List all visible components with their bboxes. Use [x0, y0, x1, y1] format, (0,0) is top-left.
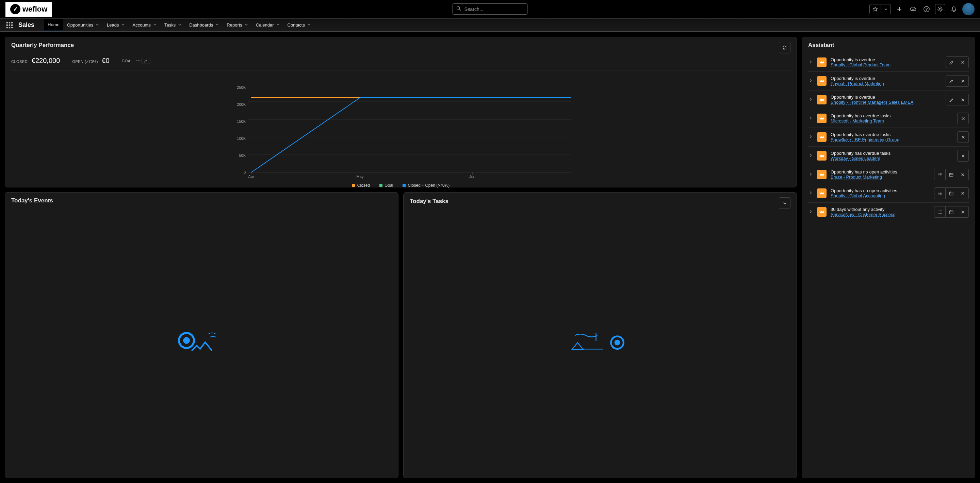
open-label: OPEN (>70%): [72, 60, 98, 64]
new-event-button[interactable]: [946, 187, 957, 199]
assistant-item-body: Opportunity has no open activitiesShopif…: [830, 188, 930, 198]
search-input[interactable]: [465, 6, 524, 12]
dismiss-button[interactable]: [957, 75, 969, 87]
new-event-button[interactable]: [946, 206, 957, 218]
nav-item-label: Contacts: [288, 22, 305, 27]
nav-item-home[interactable]: Home: [44, 19, 63, 31]
chevron-right-icon[interactable]: [808, 134, 813, 140]
svg-text:100K: 100K: [237, 137, 246, 140]
trailhead-icon[interactable]: [908, 4, 918, 14]
topbar: ✓ weflow: [0, 0, 980, 18]
favorites-menu[interactable]: [869, 4, 891, 14]
nav-item-label: Opportunities: [67, 22, 93, 27]
chevron-down-icon[interactable]: [215, 22, 219, 27]
dismiss-button[interactable]: [957, 187, 969, 199]
nav-item-calendar[interactable]: Calendar: [252, 19, 284, 31]
assistant-item-heading: Opportunity is overdue: [830, 76, 942, 81]
legend-swatch-closed: [352, 184, 355, 187]
app-name: Sales: [18, 21, 34, 29]
assistant-item-link[interactable]: Shopify - Frontline Managers Sales EMEA: [830, 100, 914, 105]
chevron-right-icon[interactable]: [808, 116, 813, 121]
nav-item-leads[interactable]: Leads: [103, 19, 129, 31]
chevron-down-icon[interactable]: [153, 22, 157, 27]
assistant-item-heading: Opportunity has overdue tasks: [830, 132, 953, 137]
chevron-right-icon[interactable]: [808, 191, 813, 196]
dismiss-button[interactable]: [957, 94, 969, 105]
chevron-right-icon[interactable]: [808, 209, 813, 215]
legend-swatch-closed-open: [402, 184, 406, 187]
content: Quarterly Performance CLOSED €220,000 OP…: [0, 32, 980, 483]
setup-icon[interactable]: [935, 4, 945, 14]
nav-item-contacts[interactable]: Contacts: [284, 19, 315, 31]
assistant-item-heading: 30 days without any activity: [830, 207, 930, 212]
new-task-button[interactable]: [934, 187, 946, 199]
assistant-item-link[interactable]: ServiceNow - Customer Success: [830, 212, 895, 217]
svg-text:Jun: Jun: [469, 175, 476, 179]
chevron-down-icon[interactable]: [95, 22, 99, 27]
opportunity-icon: [817, 95, 827, 105]
global-actions-button[interactable]: [894, 4, 904, 14]
opportunity-icon: [817, 188, 827, 198]
assistant-item-link[interactable]: Snowflake - BE Engineering Group: [830, 137, 899, 142]
chevron-right-icon[interactable]: [808, 97, 813, 103]
opportunity-icon: [817, 151, 827, 160]
svg-point-37: [614, 340, 620, 345]
new-task-button[interactable]: [934, 206, 946, 218]
assistant-item-link[interactable]: Shopify - Global Product Team: [830, 62, 891, 67]
chevron-down-icon[interactable]: [276, 22, 280, 27]
assistant-item-body: Opportunity is overdueShopify - Frontlin…: [830, 95, 942, 105]
assistant-item: Opportunity has no open activitiesBraze …: [808, 165, 969, 184]
dismiss-button[interactable]: [957, 150, 969, 162]
star-icon[interactable]: [870, 5, 881, 13]
logo-mark: ✓: [10, 4, 21, 14]
chevron-down-icon[interactable]: [121, 22, 125, 27]
logo[interactable]: ✓ weflow: [5, 2, 52, 17]
chevron-right-icon[interactable]: [808, 172, 813, 178]
nav-item-opportunities[interactable]: Opportunities: [63, 19, 103, 31]
assistant-item-body: Opportunity has overdue tasksMicrosoft -…: [830, 113, 953, 124]
nav-item-tasks[interactable]: Tasks: [161, 19, 185, 31]
nav-item-reports[interactable]: Reports: [223, 19, 252, 31]
opportunity-icon: [817, 207, 827, 217]
legend-closed-open: Closed + Open (>70%): [408, 183, 450, 188]
chevron-right-icon[interactable]: [808, 60, 813, 65]
assistant-item-heading: Opportunity has overdue tasks: [830, 113, 953, 118]
help-icon[interactable]: [921, 4, 932, 14]
refresh-button[interactable]: [779, 42, 791, 53]
edit-button[interactable]: [946, 94, 957, 105]
chevron-down-icon[interactable]: [178, 22, 182, 27]
assistant-item-link[interactable]: Microsoft - Marketing Team: [830, 118, 884, 124]
dismiss-button[interactable]: [957, 206, 969, 218]
dismiss-button[interactable]: [957, 113, 969, 124]
notifications-icon[interactable]: [949, 4, 959, 14]
tasks-illustration: [410, 209, 791, 473]
avatar[interactable]: [962, 3, 975, 15]
nav-item-dashboards[interactable]: Dashboards: [185, 19, 223, 31]
dismiss-button[interactable]: [957, 56, 969, 68]
new-task-button[interactable]: [934, 169, 946, 180]
svg-point-34: [183, 337, 190, 344]
edit-button[interactable]: [946, 56, 957, 68]
dismiss-button[interactable]: [957, 131, 969, 143]
assistant-item-heading: Opportunity has overdue tasks: [830, 151, 953, 156]
edit-button[interactable]: [946, 75, 957, 87]
chevron-right-icon[interactable]: [808, 78, 813, 84]
tasks-menu-button[interactable]: [779, 197, 791, 209]
assistant-item-link[interactable]: Workday - Sales Leaders: [830, 156, 880, 161]
chevron-down-icon[interactable]: [881, 6, 891, 13]
nav-item-accounts[interactable]: Accounts: [129, 19, 160, 31]
chevron-right-icon[interactable]: [808, 153, 813, 159]
performance-chart: 050K100K150K200K250K AprMayJun Closed Go…: [11, 70, 791, 182]
dismiss-button[interactable]: [957, 169, 969, 180]
assistant-item-heading: Opportunity has no open activities: [830, 169, 930, 175]
search-box[interactable]: [453, 3, 528, 14]
assistant-item-link[interactable]: Shopify - Global Accounting: [830, 193, 885, 198]
new-event-button[interactable]: [946, 169, 957, 180]
chevron-down-icon[interactable]: [244, 22, 248, 27]
goal-edit-button[interactable]: [142, 58, 150, 64]
assistant-item-link[interactable]: Braze - Product Marketing: [830, 175, 882, 180]
assistant-item-actions: [957, 150, 969, 162]
assistant-item-link[interactable]: Paypal - Product Marketing: [830, 81, 884, 86]
app-launcher-icon[interactable]: [3, 21, 16, 29]
chevron-down-icon[interactable]: [307, 22, 311, 27]
